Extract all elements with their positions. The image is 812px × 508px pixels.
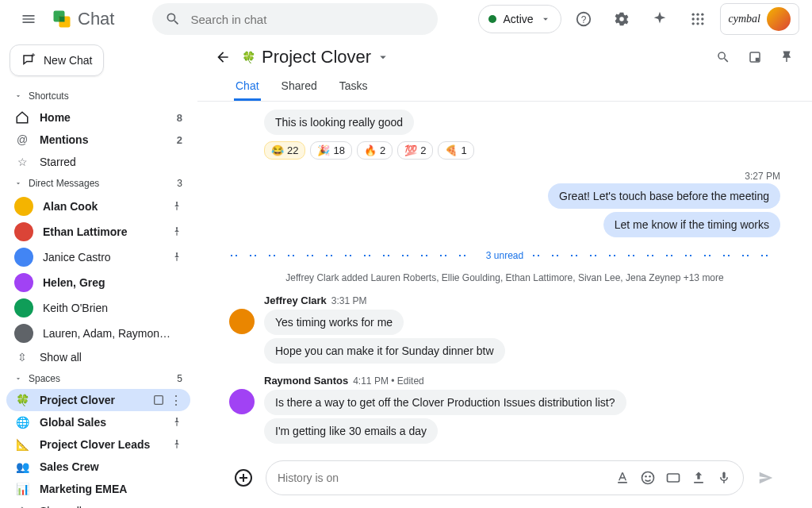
message-bubble[interactable]: Hope you can make it for Sunday dinner b…: [264, 338, 505, 364]
nav-mentions[interactable]: @ Mentions 2: [6, 129, 190, 151]
upload-icon: [691, 470, 707, 486]
org-label: cymbal: [729, 13, 760, 25]
space-item[interactable]: 📐 Project Clover Leads: [6, 433, 190, 456]
at-icon: @: [14, 132, 30, 148]
dm-item[interactable]: Janice Castro: [6, 244, 190, 270]
gemini-button[interactable]: [644, 3, 676, 35]
message-time: 3:31 PM: [331, 295, 367, 306]
more-icon[interactable]: ⋮: [170, 393, 182, 408]
message-composer[interactable]: [266, 460, 744, 495]
message-group: Raymond Santos4:11 PM • Edited Is there …: [229, 375, 780, 445]
author-name[interactable]: Jeffrey Clark: [264, 294, 327, 306]
svg-point-10: [701, 17, 703, 20]
new-chat-label: New Chat: [44, 54, 92, 67]
mic-icon: [716, 470, 732, 486]
account-switcher[interactable]: cymbal: [720, 3, 799, 35]
dms-header[interactable]: Direct Messages 3: [6, 173, 190, 194]
send-button[interactable]: [752, 464, 780, 492]
message-bubble[interactable]: This is looking really good: [264, 110, 414, 135]
reaction-chip[interactable]: 🔥2: [357, 141, 393, 160]
unread-divider: 3 unread: [229, 250, 780, 261]
spaces-show-all[interactable]: ⇳ Show all: [6, 500, 190, 508]
dm-item[interactable]: Lauren, Adam, Raymond, Christian: [6, 321, 190, 346]
emoji-button[interactable]: [640, 470, 656, 486]
gif-icon: [665, 470, 681, 486]
author-avatar[interactable]: [229, 389, 255, 414]
pop-out-button[interactable]: [742, 44, 768, 70]
outgoing-timestamp: 3:27 PM: [229, 171, 780, 182]
message-bubble[interactable]: Yes timing works for me: [264, 310, 404, 335]
tab-chat[interactable]: Chat: [234, 73, 261, 101]
reaction-chip[interactable]: 🎉18: [310, 141, 351, 160]
message-bubble[interactable]: Great! Let's touch base before the meeti…: [548, 183, 780, 209]
dm-label: Helen, Greg: [43, 276, 173, 289]
gear-icon: [613, 10, 630, 28]
format-button[interactable]: [615, 470, 630, 486]
message-bubble[interactable]: Is there a way to get off the Clover Pro…: [264, 390, 626, 415]
space-icon: 🌐: [14, 414, 30, 430]
pop-out-icon[interactable]: [152, 394, 165, 406]
help-icon: ?: [575, 10, 592, 28]
settings-button[interactable]: [606, 3, 638, 35]
tab-shared[interactable]: Shared: [280, 73, 319, 101]
space-item[interactable]: 👥 Sales Crew: [6, 456, 190, 478]
convo-search-button[interactable]: [710, 44, 736, 70]
expand-icon: ⇳: [14, 503, 30, 508]
message-time: 4:11 PM • Edited: [353, 375, 424, 387]
reaction-chip[interactable]: 😂22: [264, 141, 305, 160]
svg-point-6: [696, 13, 699, 16]
nav-home[interactable]: Home 8: [6, 106, 190, 129]
space-icon: 🍀: [14, 392, 30, 408]
status-selector[interactable]: Active: [478, 5, 561, 33]
space-icon: 📐: [14, 437, 30, 452]
help-button[interactable]: ?: [568, 3, 599, 35]
message-list: This is looking really good 😂22🎉18🔥2💯2🍕1…: [197, 102, 812, 454]
reaction-chip[interactable]: 🍕1: [438, 141, 473, 160]
author-avatar[interactable]: [229, 309, 255, 334]
author-name[interactable]: Raymond Santos: [264, 375, 348, 387]
space-item[interactable]: 🍀 Project Clover ⋮: [6, 389, 190, 411]
dm-label: Keith O'Brien: [43, 302, 173, 314]
shortcuts-header[interactable]: Shortcuts: [6, 86, 190, 106]
voice-button[interactable]: [716, 470, 732, 486]
search-input[interactable]: [190, 13, 425, 26]
search-bar[interactable]: [152, 3, 438, 35]
chevron-down-icon: [540, 13, 551, 25]
nav-starred[interactable]: ☆ Starred: [6, 151, 190, 173]
space-item[interactable]: 📊 Marketing EMEA: [6, 478, 190, 500]
dm-item[interactable]: Helen, Greg: [6, 270, 190, 295]
avatar-icon: [14, 324, 33, 343]
dm-item[interactable]: Alan Cook: [6, 194, 190, 219]
space-icon: 👥: [14, 459, 30, 475]
chat-logo-icon: [51, 8, 73, 30]
tab-tasks[interactable]: Tasks: [338, 73, 370, 101]
add-attachment-button[interactable]: [229, 464, 258, 492]
svg-point-5: [691, 13, 694, 16]
dms-show-all[interactable]: ⇳ Show all: [6, 346, 190, 368]
apps-launcher[interactable]: [682, 3, 714, 35]
message-bubble[interactable]: Let me know if the timing works: [603, 212, 780, 237]
message-bubble[interactable]: I'm getting like 30 emails a day: [264, 418, 438, 444]
space-label: Project Clover: [40, 394, 143, 406]
dm-item[interactable]: Ethan Lattimore: [6, 219, 190, 244]
space-label: Global Sales: [40, 416, 162, 429]
gif-button[interactable]: [665, 470, 681, 486]
space-emoji-icon: 🍀: [242, 51, 255, 64]
search-icon: [165, 11, 181, 27]
svg-text:?: ?: [580, 14, 586, 25]
pin-toggle-button[interactable]: [774, 44, 799, 70]
back-button[interactable]: [210, 44, 236, 70]
upload-button[interactable]: [691, 470, 707, 486]
composer-input[interactable]: [278, 471, 607, 484]
chevron-down-icon: [376, 50, 390, 64]
svg-point-19: [645, 475, 647, 478]
spaces-header[interactable]: Spaces 5: [6, 368, 190, 389]
dm-item[interactable]: Keith O'Brien: [6, 295, 190, 321]
reaction-chip[interactable]: 💯2: [397, 141, 433, 160]
conversation-title[interactable]: Project Clover: [262, 47, 390, 67]
status-dot-icon: [488, 15, 496, 23]
main-menu-button[interactable]: [13, 3, 44, 35]
svg-point-11: [691, 22, 694, 25]
space-item[interactable]: 🌐 Global Sales: [6, 411, 190, 433]
new-chat-button[interactable]: New Chat: [10, 44, 104, 76]
